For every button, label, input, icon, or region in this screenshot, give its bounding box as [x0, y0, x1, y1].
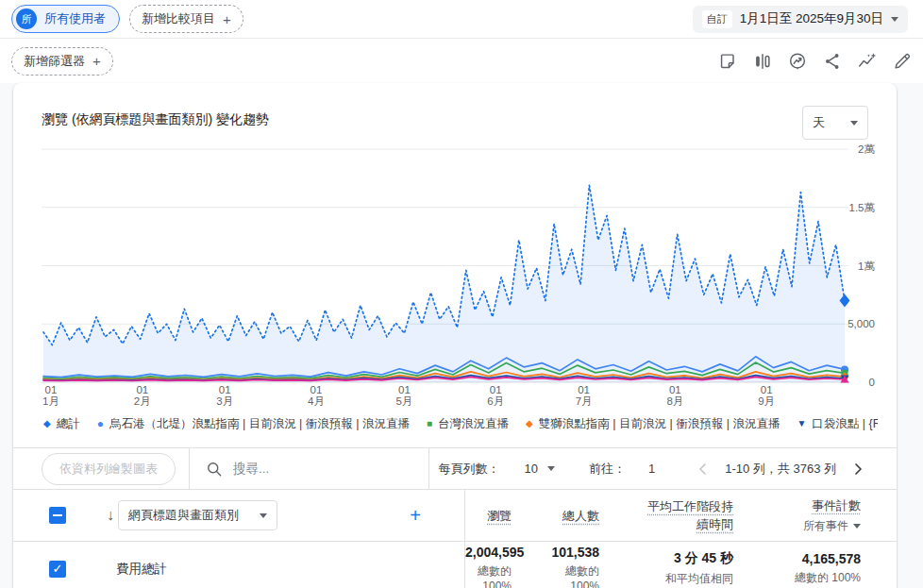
date-range-picker[interactable]: 自訂 1月1日至 2025年9月30日 — [693, 6, 908, 33]
legend-label: 口袋浪點 | {RealName} — [812, 416, 878, 432]
comparison-icon[interactable] — [751, 50, 774, 73]
caret-down-icon[interactable] — [547, 466, 555, 471]
table-header-row: ↓ 網頁標題與畫面類別 + 瀏覽 總人數 平均工作階段持續時間 事件計數 所有事… — [13, 490, 897, 542]
caret-down-icon — [891, 17, 898, 22]
caret-down-icon — [260, 513, 267, 518]
table-controls: 依資料列繪製圖表 每頁列數： 10 前往： 1 1-10 列，共 3763 列 — [13, 447, 897, 490]
legend-item: ◆總計 — [43, 416, 80, 432]
column-header-views[interactable]: 瀏覽 — [487, 509, 512, 523]
chart-title: 瀏覽 (依網頁標題與畫面類別) 變化趨勢 — [42, 106, 269, 128]
add-filter-chip[interactable]: 新增篩選器 + — [11, 47, 113, 76]
rows-per-page-value[interactable]: 10 — [525, 462, 538, 476]
legend-label: 總計 — [57, 416, 80, 432]
add-filter-label: 新增篩選器 — [24, 53, 85, 70]
date-range-label: 1月1日至 2025年9月30日 — [740, 10, 883, 27]
top-bar: 所 所有使用者 新增比較項目 + 自訂 1月1日至 2025年9月30日 — [0, 0, 923, 39]
legend-label: 台灣浪況直播 — [438, 416, 509, 432]
granularity-select[interactable]: 天 — [802, 106, 868, 140]
totals-duration-value: 3 分 45 秒 — [637, 550, 733, 567]
square-legend-marker-icon: ■ — [427, 419, 432, 428]
totals-events-value: 4,165,578 — [771, 551, 861, 566]
insights-circle-icon[interactable] — [786, 50, 809, 73]
svg-text:014月: 014月 — [308, 384, 325, 407]
legend-label: 烏石港（北堤）浪點指南 | 目前浪況 | 衝浪預報 | 浪況直播 — [109, 416, 410, 432]
triangle-down-legend-marker-icon: ▼ — [797, 419, 806, 428]
select-all-checkbox[interactable] — [49, 507, 66, 524]
sparkline-insights-icon[interactable] — [856, 50, 879, 73]
goto-page-value[interactable]: 1 — [648, 462, 655, 476]
totals-views-value: 2,004,595 — [465, 545, 512, 560]
svg-text:013月: 013月 — [216, 384, 233, 407]
svg-text:5,000: 5,000 — [847, 318, 875, 329]
svg-text:011月: 011月 — [42, 384, 59, 407]
report-snapshot-icon[interactable] — [716, 50, 739, 73]
svg-text:018月: 018月 — [666, 384, 683, 407]
trend-chart: 2萬1.5萬1萬5,0000011月012月013月014月015月016月01… — [13, 142, 897, 412]
check-mark-icon: ✓ — [53, 563, 63, 575]
add-comparison-chip[interactable]: 新增比較項目 + — [129, 5, 243, 33]
table-totals-row[interactable]: ✓ 費用總計 2,004,595 總數的 100% 101,538 總數的 10… — [13, 542, 897, 588]
column-header-users[interactable]: 總人數 — [562, 509, 599, 523]
table-search — [190, 460, 415, 479]
events-filter[interactable]: 所有事件 — [771, 518, 861, 534]
dimension-select[interactable]: 網頁標題與畫面類別 — [118, 500, 277, 530]
audience-label: 所有使用者 — [44, 10, 106, 27]
dimension-label: 網頁標題與畫面類別 — [128, 507, 239, 524]
audience-avatar: 所 — [16, 8, 37, 29]
svg-text:2萬: 2萬 — [858, 143, 875, 155]
svg-text:0: 0 — [869, 377, 875, 388]
line-chart-svg: 2萬1.5萬1萬5,0000011月012月013月014月015月016月01… — [13, 142, 897, 408]
svg-text:016月: 016月 — [487, 384, 504, 407]
all-users-chip[interactable]: 所 所有使用者 — [11, 5, 120, 33]
totals-users-value: 101,538 — [549, 545, 599, 560]
svg-text:1萬: 1萬 — [858, 260, 875, 272]
report-card: 瀏覽 (依網頁標題與畫面類別) 變化趨勢 天 2萬1.5萬1萬5,0000011… — [13, 83, 897, 588]
diamond-legend-marker-icon: ◆ — [526, 419, 533, 428]
add-column-button[interactable]: + — [410, 506, 421, 525]
date-custom-badge: 自訂 — [702, 10, 732, 28]
plot-rows-button[interactable]: 依資料列繪製圖表 — [42, 453, 176, 485]
next-page-chevron-icon[interactable] — [847, 459, 868, 479]
granularity-value: 天 — [813, 114, 825, 131]
caret-down-icon — [853, 524, 861, 529]
totals-users-sub: 總數的 100% — [549, 563, 599, 588]
svg-text:012月: 012月 — [134, 384, 151, 407]
add-comparison-label: 新增比較項目 — [142, 10, 215, 27]
prev-page-chevron-icon[interactable] — [693, 459, 713, 479]
totals-duration-sub: 和平均值相同 — [637, 571, 733, 587]
share-icon[interactable] — [821, 50, 844, 73]
totals-row-label: 費用總計 — [116, 561, 167, 578]
svg-text:1.5萬: 1.5萬 — [849, 202, 876, 213]
plus-icon: + — [92, 54, 101, 68]
legend-item: ◆雙獅浪點指南 | 目前浪況 | 衝浪預報 | 浪況直播 — [526, 416, 780, 432]
indeterminate-mark — [53, 514, 62, 516]
search-icon — [205, 460, 224, 479]
plus-icon: + — [223, 12, 231, 26]
report-content: 瀏覽 (依網頁標題與畫面類別) 變化趨勢 天 2萬1.5萬1萬5,0000011… — [0, 83, 923, 588]
legend-label: 雙獅浪點指南 | 目前浪況 | 衝浪預報 | 浪況直播 — [539, 416, 780, 432]
totals-events-sub: 總數的 100% — [771, 570, 861, 586]
chart-legend: ◆總計●烏石港（北堤）浪點指南 | 目前浪況 | 衝浪預報 | 浪況直播■台灣浪… — [13, 413, 878, 434]
circle-legend-marker-icon: ● — [97, 418, 104, 429]
pagination: 每頁列數： 10 前往： 1 1-10 列，共 3763 列 — [429, 459, 897, 479]
events-filter-label: 所有事件 — [803, 518, 848, 534]
row-range-label: 1-10 列，共 3763 列 — [725, 461, 836, 478]
svg-text:019月: 019月 — [758, 384, 775, 407]
legend-item: ■台灣浪況直播 — [427, 416, 509, 432]
column-header-duration[interactable]: 平均工作階段持續時間 — [639, 497, 733, 534]
sort-descending-icon[interactable]: ↓ — [107, 507, 114, 524]
svg-text:017月: 017月 — [576, 384, 593, 407]
row-checkbox[interactable]: ✓ — [49, 561, 66, 578]
total-diamond-legend-marker-icon: ◆ — [43, 419, 51, 428]
totals-views-sub: 總數的 100% — [465, 563, 512, 588]
column-header-events[interactable]: 事件計數 — [812, 498, 861, 512]
legend-item: ▼口袋浪點 | {RealName} — [797, 416, 878, 432]
caret-down-icon — [850, 121, 858, 126]
search-input[interactable] — [233, 462, 403, 476]
edit-icon[interactable] — [891, 50, 914, 73]
report-toolbar: 新增篩選器 + — [0, 39, 923, 83]
goto-page-label: 前往： — [589, 461, 626, 478]
legend-item: ●烏石港（北堤）浪點指南 | 目前浪況 | 衝浪預報 | 浪況直播 — [97, 416, 410, 432]
svg-text:015月: 015月 — [395, 384, 412, 407]
rows-per-page-label: 每頁列數： — [439, 461, 500, 478]
